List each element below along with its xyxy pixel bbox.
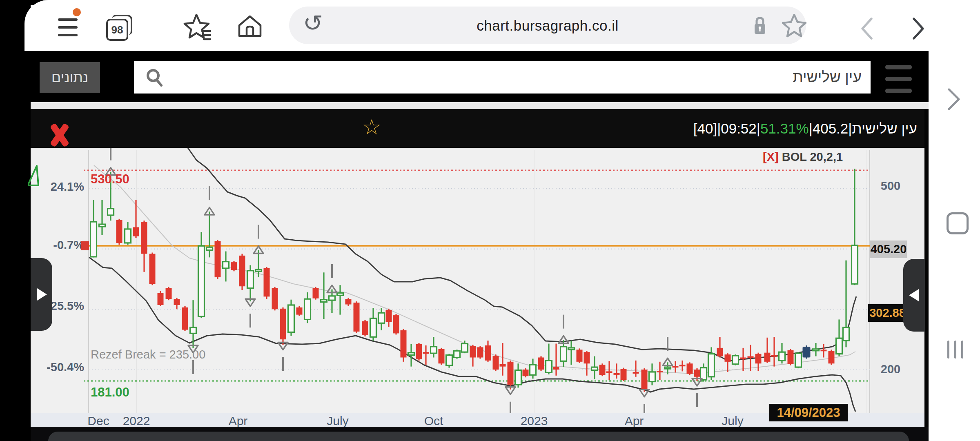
scroll-right-button[interactable] xyxy=(903,259,925,332)
ticker-info: [40] | 09:52 | 51.31% | 405.2 | עין שליש… xyxy=(693,109,917,148)
rezef-annotation: Rezef Break = 235.00 xyxy=(91,348,205,361)
browser-toolbar: 98 ↺ chart.bursagraph.co.il xyxy=(24,0,980,51)
camera-strip xyxy=(0,0,31,441)
xtick-apr: Apr xyxy=(229,414,248,428)
ticker-time: 09:52 xyxy=(721,120,757,137)
candlestick-plot[interactable] xyxy=(31,148,927,413)
xtick-dec: Dec xyxy=(87,414,109,428)
phone-screen: 98 ↺ chart.bursagraph.co.il xyxy=(0,0,980,441)
nav-home-icon[interactable] xyxy=(947,212,969,234)
page-gap xyxy=(31,102,929,109)
url-text[interactable]: chart.bursagraph.co.il xyxy=(289,18,806,34)
bookmarks-icon[interactable] xyxy=(182,12,214,42)
watchlist-star-icon[interactable]: ☆ xyxy=(362,115,381,139)
data-button[interactable]: נתונים xyxy=(40,62,100,93)
xtick-2022: 2022 xyxy=(123,414,150,428)
date-tag: 14/09/2023 xyxy=(769,404,848,421)
search-box xyxy=(134,61,871,94)
nav-back-icon[interactable] xyxy=(946,88,962,112)
xtick-oct: Oct xyxy=(424,414,443,428)
nav-recents-icon[interactable] xyxy=(947,341,964,359)
xtick-2023: 2023 xyxy=(521,414,548,428)
forward-icon[interactable] xyxy=(909,16,928,42)
search-input[interactable] xyxy=(134,61,871,94)
back-icon xyxy=(858,16,876,42)
current-price-tag: 405.20 xyxy=(870,241,907,258)
bol-indicator-label: [X] BOL 20,2,1 xyxy=(763,150,843,164)
band-value-tag: 302.88 xyxy=(868,304,907,322)
xtick-july: July xyxy=(327,414,348,428)
tabs-icon[interactable]: 98 xyxy=(106,15,133,40)
browser-menu-button[interactable] xyxy=(58,18,78,36)
xtick-apr2: Apr xyxy=(625,414,644,428)
level-low-label: 181.00 xyxy=(91,385,129,400)
address-bar[interactable]: ↺ chart.bursagraph.co.il xyxy=(289,7,806,44)
tab-count: 98 xyxy=(106,19,128,41)
navigation-bar xyxy=(929,51,980,441)
ticker-change: 51.31% xyxy=(760,120,809,137)
close-chart-icon[interactable] xyxy=(47,124,72,147)
logo-fragment xyxy=(28,164,40,189)
favorite-star-icon[interactable] xyxy=(781,12,807,38)
bottom-sheet[interactable] xyxy=(48,432,909,441)
level-high-label: 530.50 xyxy=(91,172,129,187)
ticker-price: 405.2 xyxy=(813,120,849,137)
ticker-window: [40] xyxy=(693,120,717,137)
site-header: נתונים xyxy=(31,51,929,102)
lock-icon[interactable] xyxy=(753,16,767,35)
xtick-july2: July xyxy=(722,414,743,428)
home-icon[interactable] xyxy=(237,14,263,39)
ticker-symbol: עין שלישית xyxy=(852,120,917,137)
bol-close-icon[interactable]: [X] xyxy=(763,150,779,163)
chart-border xyxy=(924,109,929,427)
scroll-left-button[interactable] xyxy=(31,258,52,331)
chart-header: ☆ [40] | 09:52 | 51.31% | 405.2 | עין של… xyxy=(31,109,929,148)
notification-dot xyxy=(73,8,81,16)
